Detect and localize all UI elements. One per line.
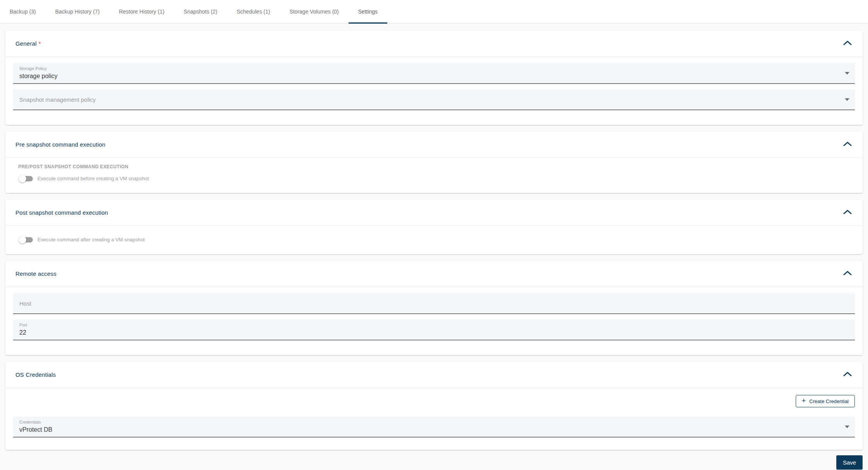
host-field[interactable] [13, 293, 855, 314]
os-credentials-section-body: + Create Credential Credentials vProtect… [5, 388, 863, 450]
post-snapshot-section-header: Post snapshot command execution [5, 200, 863, 226]
general-section-card: General* Storage Policy storage policy S… [5, 31, 863, 125]
post-snapshot-section-title: Post snapshot command execution [15, 209, 108, 216]
plus-icon: + [802, 397, 806, 404]
dropdown-arrow-icon [845, 426, 849, 428]
create-credential-label: Create Credential [809, 398, 849, 404]
remote-access-collapse-button[interactable] [842, 270, 853, 277]
credentials-select[interactable]: Credentials vProtect DB [13, 417, 855, 438]
post-snapshot-section-card: Post snapshot command execution Execute … [5, 200, 863, 254]
tab-restore-history[interactable]: Restore History (1) [109, 0, 174, 23]
pre-snapshot-section-card: Pre snapshot command execution PRE/POST … [5, 132, 863, 193]
tab-storage-volumes[interactable]: Storage Volumes (0) [280, 0, 349, 23]
pre-snapshot-collapse-button[interactable] [842, 141, 853, 148]
tab-snapshots[interactable]: Snapshots (2) [174, 0, 227, 23]
port-field[interactable]: Port [13, 320, 855, 340]
remote-access-section-card: Remote access Port [5, 261, 863, 355]
storage-policy-label: Storage Policy [19, 66, 849, 71]
storage-policy-value: storage policy [19, 72, 849, 80]
pre-snapshot-section-title: Pre snapshot command execution [15, 141, 106, 148]
host-input[interactable] [19, 293, 849, 313]
chevron-up-icon [843, 372, 852, 378]
remote-access-section-title: Remote access [15, 270, 56, 277]
required-asterisk: * [39, 40, 41, 47]
credentials-value: vProtect DB [19, 426, 849, 434]
pre-post-command-group-label: PRE/POST SNAPSHOT COMMAND EXECUTION [18, 164, 855, 169]
tab-backup[interactable]: Backup (3) [0, 0, 46, 23]
settings-page: General* Storage Policy storage policy S… [0, 24, 868, 450]
os-credentials-collapse-button[interactable] [842, 371, 853, 378]
snapshot-management-policy-placeholder: Snapshot management policy [19, 96, 96, 103]
pre-snapshot-section-header: Pre snapshot command execution [5, 132, 863, 158]
os-credentials-section-header: OS Credentials [5, 362, 863, 388]
post-command-toggle-row: Execute command after creating a VM snap… [19, 237, 855, 243]
port-input[interactable] [19, 328, 849, 337]
general-collapse-button[interactable] [842, 40, 853, 47]
tab-schedules[interactable]: Schedules (1) [227, 0, 280, 23]
pre-command-toggle[interactable] [19, 176, 33, 181]
snapshot-management-policy-select[interactable]: Snapshot management policy [13, 89, 855, 110]
tab-backup-history[interactable]: Backup History (7) [46, 0, 109, 23]
general-section-title: General* [15, 40, 41, 47]
general-section-header: General* [5, 31, 863, 57]
dropdown-arrow-icon [845, 72, 849, 75]
chevron-up-icon [843, 271, 852, 277]
remote-access-section-header: Remote access [5, 261, 863, 287]
chevron-up-icon [843, 142, 852, 147]
post-snapshot-section-body: Execute command after creating a VM snap… [5, 226, 863, 254]
footer-actions: Save [0, 455, 868, 470]
chevron-up-icon [843, 41, 852, 46]
port-label: Port [19, 323, 849, 328]
credentials-label: Credentials [19, 420, 849, 425]
os-credentials-section-title: OS Credentials [15, 371, 56, 378]
create-credential-button[interactable]: + Create Credential [796, 395, 855, 407]
general-section-body: Storage Policy storage policy Snapshot m… [5, 57, 863, 125]
pre-command-toggle-row: Execute command before creating a VM sna… [19, 176, 855, 181]
post-command-toggle[interactable] [19, 237, 33, 243]
pre-snapshot-section-body: PRE/POST SNAPSHOT COMMAND EXECUTION Exec… [5, 158, 863, 193]
post-snapshot-collapse-button[interactable] [842, 209, 853, 216]
chevron-up-icon [843, 210, 852, 215]
pre-command-toggle-label: Execute command before creating a VM sna… [37, 176, 149, 181]
remote-access-section-body: Port [5, 287, 863, 355]
os-credentials-section-card: OS Credentials + Create Credential Crede… [5, 362, 863, 450]
create-credential-row: + Create Credential [13, 395, 855, 407]
toggle-thumb [19, 236, 26, 244]
tab-bar: Backup (3) Backup History (7) Restore Hi… [0, 0, 868, 24]
storage-policy-select[interactable]: Storage Policy storage policy [13, 63, 855, 84]
post-command-toggle-label: Execute command after creating a VM snap… [37, 237, 145, 243]
tab-settings[interactable]: Settings [349, 0, 388, 23]
save-button[interactable]: Save [836, 455, 863, 470]
dropdown-arrow-icon [845, 98, 849, 101]
toggle-thumb [19, 175, 26, 183]
